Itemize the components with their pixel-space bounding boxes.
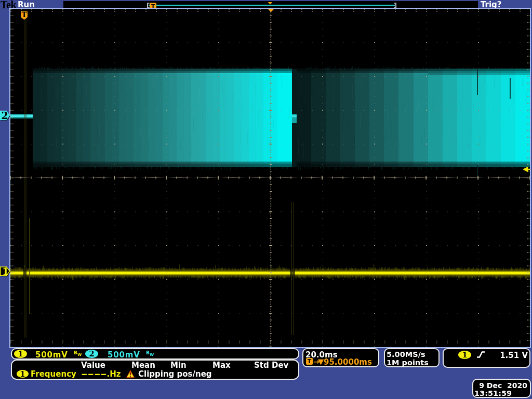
trigger-point-flag[interactable]: T bbox=[21, 11, 28, 20]
measurement-value-unit: .Hz bbox=[107, 369, 121, 379]
record-trigger-position-icon bbox=[268, 2, 273, 5]
channel-scale-readout[interactable]: 1 500mV BW 2 500mV BW bbox=[11, 348, 299, 360]
channel2-bandwidth-icon: BW bbox=[146, 350, 154, 355]
bandwidth-icon-sub: W bbox=[77, 352, 82, 357]
trigger-position-marker-icon[interactable] bbox=[268, 9, 274, 12]
trigger-delay-icon: T bbox=[306, 358, 313, 365]
measurement-alert: Clipping pos/neg bbox=[138, 369, 212, 379]
channel2-badge[interactable]: 2 bbox=[85, 350, 98, 358]
record-length: 1M points bbox=[387, 358, 429, 367]
channel1-number: 1 bbox=[2, 267, 9, 276]
bandwidth-icon-main: B bbox=[146, 350, 150, 355]
channel2-number: 2 bbox=[2, 111, 8, 121]
trigger-readout[interactable]: 1 1.51 V bbox=[443, 348, 530, 368]
rising-edge-icon bbox=[477, 351, 485, 358]
channel1-bandwidth-icon: BW bbox=[74, 350, 82, 355]
channel1-marker[interactable]: 1 bbox=[0, 267, 10, 276]
date-text: 9 Dec 2020 bbox=[479, 381, 527, 390]
column-header-stddev: Std Dev bbox=[254, 361, 288, 370]
measurement-readout[interactable]: Value Mean Min Max Std Dev 1 Frequency -… bbox=[11, 360, 299, 380]
channel1-scale: 500mV bbox=[35, 350, 68, 360]
oscilloscope-screen: Tek Run T Trig? T 2 1 1 500mV BW 2 500mV… bbox=[0, 0, 532, 399]
bandwidth-icon-sub: W bbox=[150, 352, 154, 357]
bandwidth-icon-main: B bbox=[74, 350, 77, 355]
trigger-level: 1.51 V bbox=[500, 351, 528, 360]
measurement-channel-badge: 1 bbox=[17, 370, 29, 378]
acquisition-readout[interactable]: 5.00MS/s 1M points bbox=[384, 348, 440, 367]
column-header-min: Min bbox=[170, 361, 187, 370]
measurement-name: Frequency bbox=[31, 369, 76, 379]
channel1-badge[interactable]: 1 bbox=[14, 350, 27, 358]
record-window-line bbox=[149, 5, 395, 6]
column-header-mean: Mean bbox=[131, 361, 155, 370]
warning-icon bbox=[126, 370, 135, 378]
svg-text:T: T bbox=[21, 11, 26, 19]
delay-marker-icon: ▼ bbox=[318, 357, 324, 366]
trigger-source-badge: 1 bbox=[458, 351, 471, 359]
horizontal-readout[interactable]: 20.0ms T → ▼ 95.0000ms bbox=[302, 348, 379, 367]
time-text: 13:51:59 bbox=[474, 389, 512, 397]
datetime-readout: 9 Dec 2020 13:51:59 bbox=[472, 379, 531, 398]
column-header-max: Max bbox=[212, 361, 231, 370]
channel2-marker[interactable]: 2 bbox=[0, 111, 10, 121]
channel2-scale: 500mV bbox=[108, 350, 140, 360]
measurement-value: ----.Hz bbox=[81, 369, 94, 379]
measurement-value-dashes: ---- bbox=[81, 369, 107, 379]
column-header-value: Value bbox=[81, 361, 105, 370]
sample-rate: 5.00MS/s bbox=[387, 350, 425, 358]
waveform-display: T bbox=[10, 9, 530, 347]
record-view-bar[interactable]: T bbox=[63, 1, 478, 8]
delay-value: 95.0000ms bbox=[324, 357, 372, 367]
